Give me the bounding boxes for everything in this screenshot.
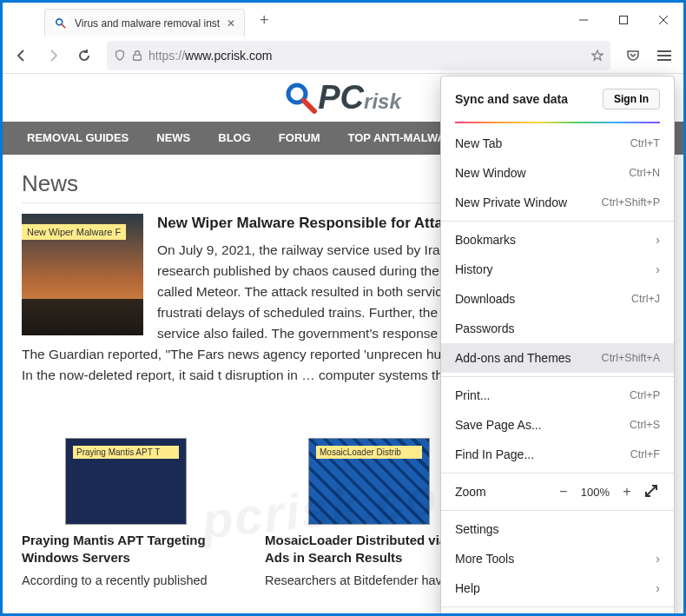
card-praying-mantis: Praying Mantis APT T Praying Mantis APT … — [22, 438, 230, 591]
menu-help[interactable]: Help› — [441, 573, 674, 603]
card-thumbnail[interactable]: Praying Mantis APT T — [65, 438, 187, 525]
back-button[interactable] — [8, 42, 36, 70]
window-controls — [564, 3, 683, 37]
titlebar: Virus and malware removal inst ✕ + — [3, 3, 683, 37]
zoom-value: 100% — [581, 486, 610, 499]
chevron-right-icon: › — [656, 233, 660, 247]
menu-zoom-row: Zoom − 100% + — [441, 477, 674, 507]
app-menu: Sync and save data Sign In New TabCtrl+T… — [440, 76, 675, 616]
thumb-tag: New Wiper Malware F — [22, 224, 126, 240]
url-text: https://www.pcrisk.com — [148, 49, 586, 63]
menu-separator — [441, 221, 674, 222]
minimize-button[interactable] — [564, 3, 604, 37]
menu-addons-themes[interactable]: Add-ons and ThemesCtrl+Shift+A — [441, 343, 674, 373]
forward-button[interactable] — [39, 42, 67, 70]
thumb-tag: MosaicLoader Distrib — [316, 446, 422, 459]
new-tab-button[interactable]: + — [252, 8, 276, 32]
menu-new-private-window[interactable]: New Private WindowCtrl+Shift+P — [441, 188, 674, 217]
nav-removal-guides[interactable]: REMOVAL GUIDES — [13, 131, 142, 144]
signin-button[interactable]: Sign In — [603, 89, 660, 109]
svg-marker-7 — [592, 50, 603, 59]
gradient-divider — [455, 122, 660, 123]
chevron-right-icon: › — [656, 262, 660, 276]
menu-separator — [441, 473, 674, 474]
logo-icon — [285, 82, 318, 115]
menu-find-in-page[interactable]: Find In Page...Ctrl+F — [441, 440, 674, 469]
card-title[interactable]: Praying Mantis APT Targeting Windows Ser… — [22, 532, 230, 567]
menu-save-page-as[interactable]: Save Page As...Ctrl+S — [441, 410, 674, 440]
tab-close-icon[interactable]: ✕ — [227, 17, 235, 30]
menu-print[interactable]: Print...Ctrl+P — [441, 381, 674, 410]
article-thumbnail[interactable]: New Wiper Malware F — [22, 214, 143, 335]
chevron-right-icon: › — [656, 552, 660, 566]
close-button[interactable] — [643, 3, 683, 37]
sync-label: Sync and save data — [455, 92, 568, 106]
bookmark-star-icon[interactable] — [591, 50, 604, 62]
svg-rect-3 — [620, 17, 628, 24]
menu-exit[interactable]: ExitCtrl+Shift+Q — [441, 611, 674, 616]
svg-line-1 — [62, 23, 65, 27]
zoom-out-button[interactable]: − — [555, 484, 572, 500]
menu-separator — [441, 376, 674, 377]
svg-rect-6 — [134, 55, 142, 60]
card-thumbnail[interactable]: MosaicLoader Distrib — [308, 438, 430, 525]
menu-new-tab[interactable]: New TabCtrl+T — [441, 129, 674, 158]
menu-downloads[interactable]: DownloadsCtrl+J — [441, 284, 674, 314]
menu-passwords[interactable]: Passwords — [441, 314, 674, 343]
address-bar[interactable]: https://www.pcrisk.com — [107, 41, 610, 70]
menu-sync-row: Sync and save data Sign In — [441, 76, 674, 122]
card-body: According to a recently published — [22, 572, 230, 591]
toolbar: https://www.pcrisk.com — [3, 37, 683, 74]
menu-bookmarks[interactable]: Bookmarks› — [441, 225, 674, 255]
nav-news[interactable]: NEWS — [142, 131, 204, 144]
svg-point-0 — [56, 18, 63, 24]
nav-blog[interactable]: BLOG — [204, 131, 265, 144]
maximize-button[interactable] — [604, 3, 643, 37]
thumb-tag: Praying Mantis APT T — [73, 446, 179, 459]
zoom-in-button[interactable]: + — [618, 484, 636, 500]
browser-tab[interactable]: Virus and malware removal inst ✕ — [44, 9, 245, 36]
menu-separator — [441, 510, 674, 511]
menu-history[interactable]: History› — [441, 255, 674, 284]
favicon-icon — [54, 17, 68, 30]
reload-button[interactable] — [70, 42, 98, 70]
pocket-button[interactable] — [619, 42, 647, 70]
menu-new-window[interactable]: New WindowCtrl+N — [441, 158, 674, 188]
zoom-label: Zoom — [455, 485, 546, 499]
fullscreen-button[interactable] — [644, 484, 660, 500]
svg-line-10 — [646, 486, 656, 496]
tab-title: Virus and malware removal inst — [75, 17, 220, 30]
menu-more-tools[interactable]: More Tools› — [441, 544, 674, 573]
app-menu-button[interactable] — [650, 42, 678, 70]
lock-icon — [131, 50, 143, 62]
chevron-right-icon: › — [656, 581, 660, 595]
shield-icon — [114, 50, 126, 62]
svg-line-9 — [304, 101, 314, 111]
hamburger-icon — [657, 50, 671, 61]
nav-forum[interactable]: FORUM — [265, 131, 334, 144]
menu-settings[interactable]: Settings — [441, 514, 674, 544]
menu-separator — [441, 606, 674, 607]
